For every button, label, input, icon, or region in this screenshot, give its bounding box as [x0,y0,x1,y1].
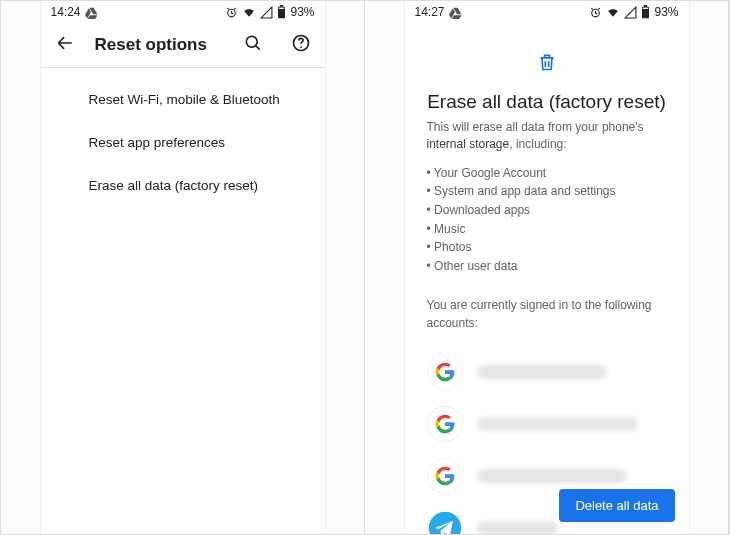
status-bar: 14:27 93% [405,1,689,23]
account-name-blurred [477,365,607,379]
phone-screen-erase-confirm: 14:27 93% [404,1,690,534]
erase-subtitle: This will erase all data from your phone… [427,119,667,154]
svg-rect-10 [644,5,648,7]
help-icon[interactable] [291,33,311,57]
status-time: 14:27 [415,5,445,19]
google-logo-icon [427,458,463,494]
option-reset-wifi[interactable]: Reset Wi-Fi, mobile & Bluetooth [41,78,325,121]
erase-title: Erase all data (factory reset) [427,91,667,113]
battery-pct: 93% [654,5,678,19]
bullet-item: Other user data [427,257,667,276]
drive-icon [85,6,98,19]
trash-icon [537,51,557,77]
app-bar: Reset options [41,23,325,67]
options-list: Reset Wi-Fi, mobile & Bluetooth Reset ap… [41,68,325,207]
bullet-item: Downloaded apps [427,201,667,220]
battery-icon [277,5,286,19]
erase-what-list: Your Google Account System and app data … [427,164,667,276]
google-logo-icon [427,354,463,390]
alarm-icon [225,6,238,19]
svg-point-7 [300,46,302,48]
account-name-blurred [477,521,557,534]
svg-rect-2 [280,5,284,7]
svg-line-5 [255,45,259,49]
account-row[interactable] [427,398,667,450]
account-name-blurred [477,417,637,431]
bullet-item: Music [427,220,667,239]
status-bar: 14:24 93% [41,1,325,23]
search-icon[interactable] [243,33,263,57]
phone-screen-reset-options: 14:24 93% [40,1,326,534]
wifi-icon [242,6,256,19]
google-logo-icon [427,406,463,442]
back-icon[interactable] [55,33,75,57]
drive-icon [449,6,462,19]
account-row[interactable] [427,346,667,398]
signed-in-text: You are currently signed in to the follo… [427,297,667,332]
wifi-icon [606,6,620,19]
status-time: 14:24 [51,5,81,19]
telegram-logo-icon [427,510,463,534]
option-reset-app-prefs[interactable]: Reset app preferences [41,121,325,164]
signal-icon [260,6,273,19]
battery-icon [641,5,650,19]
battery-pct: 93% [290,5,314,19]
bullet-item: System and app data and settings [427,182,667,201]
bullet-item: Your Google Account [427,164,667,183]
page-title: Reset options [95,35,225,55]
option-erase-all-data[interactable]: Erase all data (factory reset) [41,164,325,207]
bullet-item: Photos [427,238,667,257]
svg-rect-11 [643,8,648,9]
alarm-icon [589,6,602,19]
account-name-blurred [477,469,627,483]
delete-all-data-button[interactable]: Delete all data [559,489,674,522]
svg-rect-3 [279,8,284,9]
signal-icon [624,6,637,19]
